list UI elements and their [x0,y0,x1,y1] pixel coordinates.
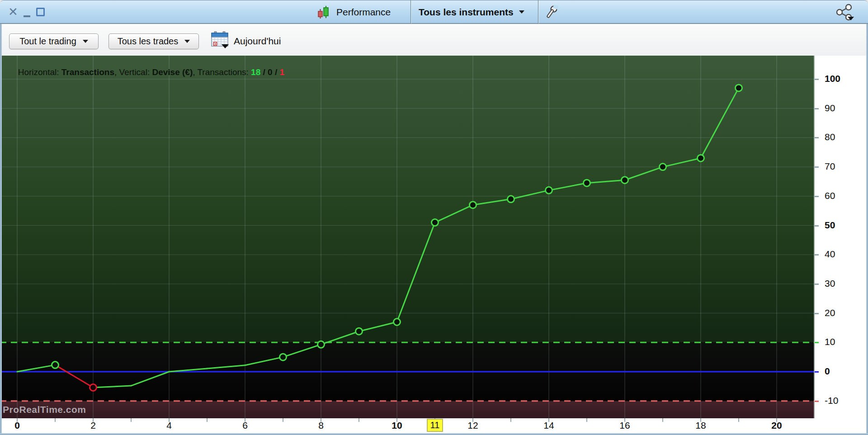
y-axis-label: 20 [825,307,835,318]
x-axis-tick [586,418,587,422]
trade-marker-loss [90,384,97,391]
y-axis-label: 10 [825,336,835,347]
minimize-button[interactable] [21,0,33,24]
trade-marker-win [432,219,439,226]
x-axis-tick [131,418,132,422]
y-axis-tick [815,284,819,285]
horizontal-axis-value: Transactions [61,67,114,77]
losses-count: 1 [279,67,284,77]
y-axis-tick [815,225,819,227]
titlebar-separator [538,0,538,24]
maximize-button[interactable] [34,0,46,24]
y-axis-label: -10 [825,395,838,406]
x-axis-label: 14 [535,420,562,431]
x-axis-label: 16 [611,420,638,431]
date-range-label: Aujourd'hui [234,33,281,48]
trade-marker-win [280,354,287,360]
trade-marker-win [508,196,514,203]
performance-chart[interactable]: Horizontal: Transactions, Vertical: Devi… [0,56,815,418]
trade-marker-win [584,180,590,186]
settings-wrench-button[interactable] [544,0,560,24]
x-axis-tick [738,418,739,422]
x-axis: 0246810121416182011 [0,418,866,433]
x-axis-tick [55,418,56,422]
trading-scope-dropdown[interactable]: Tout le trading [9,33,99,49]
x-axis-label: 6 [231,420,259,431]
chevron-down-icon [519,10,524,14]
y-axis-label: 30 [825,278,835,289]
horizontal-axis-label: Horizontal: [18,67,61,77]
window-border-left [0,24,2,433]
chevron-down-icon [83,40,88,43]
calendar-icon [211,31,231,49]
chevron-down-icon [184,40,190,43]
trade-marker-win [470,202,476,208]
window-border-bottom [0,433,868,435]
neutral-count: 0 [268,67,273,77]
date-picker-button[interactable] [211,31,231,51]
trade-marker-win [356,328,363,335]
trade-marker-win [660,164,666,170]
y-axis-tick [815,108,819,109]
x-axis-tick [510,418,511,422]
close-button[interactable]: ✕ [5,0,21,24]
x-axis-tick [283,418,283,422]
y-axis-label: 50 [825,220,835,231]
performance-plot[interactable] [0,56,815,418]
y-axis-tick [815,342,819,343]
trade-marker-win [736,85,742,91]
trade-marker-win [52,362,59,369]
y-axis-tick [815,401,819,402]
share-button[interactable] [833,0,856,24]
trade-marker-win [546,187,552,194]
y-axis-tick [815,137,819,138]
x-axis-label: 20 [763,420,790,431]
x-axis-label: 18 [687,420,714,431]
y-axis-label: 70 [825,161,835,172]
chart-info-bar: Horizontal: Transactions, Vertical: Devi… [4,57,284,87]
titlebar: ✕ Performance Tous les instruments [0,0,868,24]
y-axis-label: 60 [825,190,835,201]
y-axis-tick [815,313,819,314]
x-axis-label: 8 [307,420,335,431]
performance-window: ✕ Performance Tous les instruments [0,0,868,435]
loss-zone-background [0,401,815,418]
y-axis-tick [815,196,819,197]
y-axis-label: 40 [825,249,835,260]
wrench-icon [546,5,558,19]
y-axis-label: 90 [825,103,835,113]
x-axis-highlighted-label: 11 [427,419,443,432]
x-axis-tick [207,418,208,422]
filter-toolbar: Tout le trading Tous les trades Aujourd'… [0,25,868,56]
x-axis-label: 2 [80,420,107,431]
performance-title: Performance [336,0,391,24]
profit-zone-background [0,56,815,342]
trade-marker-win [318,341,325,348]
x-axis-label: 10 [383,420,410,431]
vertical-axis-label: Vertical: [119,67,152,77]
trades-filter-dropdown[interactable]: Tous les trades [108,33,199,49]
y-axis-tick [815,254,819,255]
y-axis-tick [815,166,819,168]
y-axis: -100102030405060708090100 [815,56,866,418]
close-icon: ✕ [8,5,18,19]
share-icon [834,4,855,21]
y-axis-tick [815,79,819,80]
x-axis-tick [662,418,663,422]
window-border-right [866,24,868,433]
x-axis-tick [359,418,359,422]
maximize-icon [36,8,45,16]
x-axis-label: 0 [4,420,31,431]
wins-count: 18 [251,67,260,77]
x-axis-label: 12 [459,420,486,431]
instrument-selector[interactable]: Tous les instruments [419,0,524,24]
prorealtime-watermark: ProRealTime.com [3,404,86,415]
x-axis-label: 4 [156,420,183,431]
candlestick-icon [317,0,330,24]
transactions-count-label: Transactions: [197,67,251,77]
titlebar-separator [410,0,411,24]
minimize-icon [24,15,30,17]
y-axis-tick [815,371,819,373]
trade-marker-win [622,177,628,184]
y-axis-label: 0 [825,366,830,377]
